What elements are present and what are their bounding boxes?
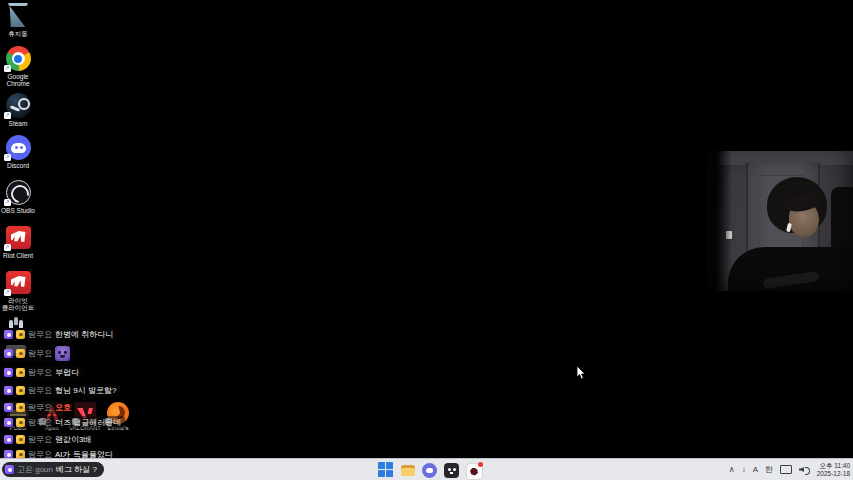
shortcut-arrow-icon: ↗ xyxy=(4,154,11,161)
taskbar: ∧ ↓ A 한 오후 11:40 2025-12-18 xyxy=(0,458,853,480)
shortcut-arrow-icon: ↗ xyxy=(4,199,11,206)
clock-date: 2025-12-18 xyxy=(817,470,850,478)
discord-icon: ↗ xyxy=(6,135,31,160)
desktop-icon-label: Riot Client xyxy=(3,252,33,259)
chat-message: 람무요 램값이3배 xyxy=(2,433,95,446)
shortcut-arrow-icon: ↗ xyxy=(4,244,11,251)
desktop-icon-discord[interactable]: ↗ Discord xyxy=(0,135,36,169)
ime-english-indicator[interactable]: A xyxy=(753,459,758,480)
fan-badge-icon xyxy=(16,349,25,358)
chat-text: 한병에 취하다니 xyxy=(55,329,113,340)
chat-username: 람무요 xyxy=(28,367,52,378)
tray-download-arrow-icon[interactable]: ↓ xyxy=(742,459,746,480)
mouse-cursor xyxy=(576,366,587,381)
desktop-icon-riot-client-kr[interactable]: ↗ 라이엇 클라이언트 xyxy=(0,270,36,311)
dark-app-taskbar-icon[interactable] xyxy=(444,462,460,478)
tray-chevron-up-icon[interactable]: ∧ xyxy=(729,459,735,480)
desktop-icon-label: OBS Studio xyxy=(1,207,35,214)
start-button[interactable] xyxy=(378,461,394,478)
shortcut-arrow-icon: ↗ xyxy=(4,65,11,72)
chat-text: 램값이3배 xyxy=(55,434,91,445)
subscriber-badge-icon xyxy=(4,386,13,395)
chat-username: 람무요 xyxy=(28,417,52,428)
desktop-icon-label: 휴지통 xyxy=(8,30,28,37)
subscriber-badge-icon xyxy=(4,435,13,444)
chat-username: 람무요 xyxy=(28,434,52,445)
chat-username: 람무요 xyxy=(28,329,52,340)
desktop-icon-label: Google Chrome xyxy=(0,73,36,87)
chat-message: 람무요 형님 9시 발로할? xyxy=(2,384,120,397)
obs-studio-icon: ↗ xyxy=(6,180,31,205)
desktop-icon-recycle-bin[interactable]: 휴지통 xyxy=(0,3,36,37)
chat-username: 람무요 xyxy=(28,385,52,396)
speaker-tray-icon[interactable] xyxy=(799,465,809,474)
chat-text: 더즈 업글해러온데 xyxy=(55,417,121,428)
chat-message-pinned: 고은 goun 베그 하실 ? xyxy=(2,462,104,477)
chat-text: 베그 하실 ? xyxy=(56,464,97,475)
desktop-icon-label: Discord xyxy=(7,162,29,169)
clock-time: 오후 11:40 xyxy=(817,462,850,470)
chat-text: 부럽다 xyxy=(55,367,79,378)
chat-username: 람무요 xyxy=(28,348,52,359)
crying-emote-icon xyxy=(55,346,70,361)
desktop-icon-label: 라이엇 클라이언트 xyxy=(0,297,36,311)
riot-client-icon: ↗ xyxy=(6,225,31,250)
chat-text: 오호 xyxy=(55,402,71,413)
taskbar-clock[interactable]: 오후 11:40 2025-12-18 xyxy=(817,462,850,477)
chat-message: 람무요 xyxy=(2,345,74,362)
subscriber-badge-icon xyxy=(5,465,14,474)
desktop-icon-chrome[interactable]: ↗ Google Chrome xyxy=(0,46,36,87)
webcam-vignette xyxy=(706,151,853,291)
app-with-notification-icon[interactable] xyxy=(466,462,482,478)
fan-badge-icon xyxy=(16,435,25,444)
recycle-bin-icon xyxy=(6,3,31,28)
subscriber-badge-icon xyxy=(4,368,13,377)
chat-message: 람무요 한병에 취하다니 xyxy=(2,328,117,341)
riot-client-icon: ↗ xyxy=(6,270,31,295)
fan-badge-icon xyxy=(16,386,25,395)
shortcut-arrow-icon: ↗ xyxy=(4,289,11,296)
desktop-icon-obs[interactable]: ↗ OBS Studio xyxy=(0,180,36,214)
file-explorer-icon[interactable] xyxy=(400,462,416,478)
desktop: 휴지통 ↗ Google Chrome ↗ Steam ↗ Discord ↗ … xyxy=(0,0,853,480)
chat-message: 람무요 오호 xyxy=(2,401,75,414)
webcam-overlay xyxy=(706,151,853,291)
discord-taskbar-icon[interactable] xyxy=(422,462,438,478)
chat-message: 람무요 더즈 업글해러온데 xyxy=(2,416,125,429)
chat-message: 람무요 부럽다 xyxy=(2,366,83,379)
subscriber-badge-icon xyxy=(4,403,13,412)
display-tray-icon[interactable] xyxy=(780,465,792,474)
fan-badge-icon xyxy=(16,418,25,427)
chat-username: 고은 goun xyxy=(17,464,53,475)
subscriber-badge-icon xyxy=(4,330,13,339)
subscriber-badge-icon xyxy=(4,418,13,427)
chat-username: 람무요 xyxy=(28,402,52,413)
fan-badge-icon xyxy=(16,403,25,412)
steam-icon: ↗ xyxy=(6,93,31,118)
ime-korean-indicator[interactable]: 한 xyxy=(765,459,773,480)
chrome-icon: ↗ xyxy=(6,46,31,71)
shortcut-arrow-icon: ↗ xyxy=(4,112,11,119)
desktop-icon-steam[interactable]: ↗ Steam xyxy=(0,93,36,127)
chat-text: 형님 9시 발로할? xyxy=(55,385,116,396)
desktop-icon-label: Steam xyxy=(9,120,28,127)
subscriber-badge-icon xyxy=(4,349,13,358)
fan-badge-icon xyxy=(16,368,25,377)
fan-badge-icon xyxy=(16,330,25,339)
desktop-icon-riot-client[interactable]: ↗ Riot Client xyxy=(0,225,36,259)
